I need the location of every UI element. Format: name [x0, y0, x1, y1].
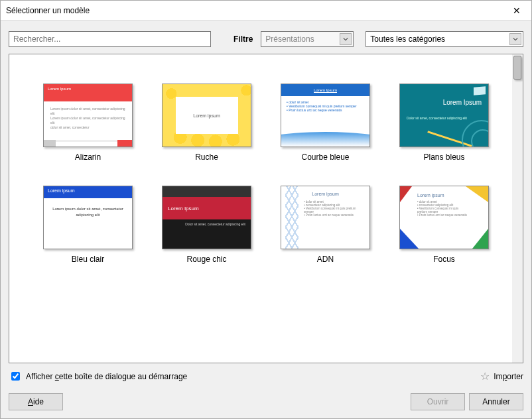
template-focus[interactable]: Lorem ipsum dolor sit amet consectetur a…: [392, 186, 496, 264]
template-label: Bleu clair: [72, 255, 104, 264]
thumb-line: Lorem ipsum dolor sit amet, consectetur …: [52, 206, 124, 218]
template-thumbnail: Lorem ipsum Lorem ipsum dolor sit amet, …: [43, 186, 133, 249]
thumb-line: Lorem ipsum dolor sit amet, consectetur …: [50, 116, 125, 125]
scrollbar-thumb[interactable]: [513, 56, 521, 80]
import-button[interactable]: ☆ Importer: [480, 370, 523, 383]
template-thumbnail: Lorem Ipsum Dolor sit amet, consectetur …: [399, 84, 489, 147]
titlebar: Sélectionner un modèle ✕: [1, 1, 531, 21]
dialog-window: Sélectionner un modèle ✕ Filtre Présenta…: [0, 0, 532, 419]
import-label: Importer: [494, 372, 523, 381]
show-on-startup-checkbox[interactable]: Afficher cette boîte de dialogue au déma…: [9, 370, 187, 383]
template-thumbnail: Lorem Ipsum Lorem ipsum dolor sit amet, …: [43, 84, 133, 147]
template-thumbnail: Lorem Ipsum dolor sit amet Vestibulum co…: [281, 84, 370, 147]
template-thumbnail: Lorem ipsum dolor sit amet consectetur a…: [281, 186, 370, 249]
footer-row: Afficher cette boîte de dialogue au déma…: [1, 369, 531, 388]
show-on-startup-input[interactable]: [11, 372, 20, 381]
scrollbar-vertical[interactable]: [512, 54, 523, 363]
close-button[interactable]: ✕: [501, 1, 531, 21]
thumb-subtitle: Dolor sit amet, consectetur adipiscing e…: [407, 116, 467, 120]
thumb-line: Lorem ipsum dolor sit amet, consectetur …: [50, 107, 125, 116]
thumb-bullet: Vestibulum consequat mi quis pretium sem…: [417, 207, 468, 213]
template-label: Courbe bleue: [301, 152, 349, 162]
template-thumbnail: Lorem ipsum dolor sit amet consectetur a…: [399, 186, 489, 249]
thumb-bullet: Proin luctus orci ac neque venenatis: [287, 108, 364, 112]
filter-label: Filtre: [233, 34, 253, 44]
close-icon: ✕: [513, 5, 521, 16]
template-rouge-chic[interactable]: Lorem Ipsum Dolor sit amet, consectetur …: [155, 186, 259, 264]
show-on-startup-label: Afficher cette boîte de dialogue au déma…: [26, 372, 187, 381]
chevron-down-icon: [509, 33, 521, 45]
template-grid-area: Lorem Ipsum Lorem ipsum dolor sit amet, …: [9, 54, 523, 363]
template-ruche[interactable]: Lorem ipsum Ruche: [155, 84, 259, 162]
thumb-title: Lorem Ipsum: [314, 88, 337, 92]
thumb-line: dolor sit amet, consectetur: [50, 125, 125, 130]
thumb-subtitle: Dolor sit amet, consectetur adipiscing e…: [168, 222, 245, 227]
filter-row: Filtre Présentations Toutes les catégori…: [1, 21, 531, 54]
thumb-title: Lorem Ipsum: [168, 206, 199, 211]
search-input[interactable]: [9, 31, 211, 47]
template-label: ADN: [317, 255, 334, 264]
thumb-title: Lorem ipsum: [193, 113, 220, 118]
template-courbe-bleue[interactable]: Lorem Ipsum dolor sit amet Vestibulum co…: [273, 84, 377, 162]
window-title: Sélectionner un modèle: [6, 6, 90, 15]
template-label: Rouge chic: [186, 255, 226, 264]
filter-application-value: Présentations: [265, 34, 314, 44]
filter-application-combo[interactable]: Présentations: [261, 31, 354, 47]
template-bleu-clair[interactable]: Lorem ipsum Lorem ipsum dolor sit amet, …: [36, 186, 140, 264]
template-label: Focus: [433, 255, 455, 264]
filter-category-combo[interactable]: Toutes les catégories: [366, 31, 523, 47]
button-row: Aide Ouvrir Annuler: [1, 388, 531, 418]
template-thumbnail: Lorem ipsum: [162, 84, 251, 147]
cancel-button[interactable]: Annuler: [469, 393, 523, 410]
open-button[interactable]: Ouvrir: [411, 393, 465, 410]
star-icon: ☆: [480, 370, 490, 383]
thumb-title: Lorem ipsum: [48, 188, 74, 193]
thumb-title: Lorem Ipsum: [48, 87, 71, 91]
template-plans-bleus[interactable]: Lorem Ipsum Dolor sit amet, consectetur …: [392, 84, 496, 162]
template-grid: Lorem Ipsum Lorem ipsum dolor sit amet, …: [9, 54, 523, 277]
thumb-title: Lorem Ipsum: [443, 99, 482, 106]
thumb-bullet: Proin luctus orci ac neque venenatis: [304, 213, 363, 217]
thumb-bullet: Proin luctus orci ac neque venenatis: [417, 213, 468, 217]
template-thumbnail: Lorem Ipsum Dolor sit amet, consectetur …: [162, 186, 251, 249]
template-adn[interactable]: Lorem ipsum dolor sit amet consectetur a…: [273, 186, 377, 264]
filter-category-value: Toutes les catégories: [370, 34, 445, 44]
template-label: Plans bleus: [423, 152, 464, 162]
thumb-bullet: Vestibulum consequat mi quis pretium sem…: [304, 207, 363, 213]
chevron-down-icon: [340, 33, 352, 45]
template-label: Alizarin: [75, 152, 101, 162]
template-alizarin[interactable]: Lorem Ipsum Lorem ipsum dolor sit amet, …: [36, 84, 140, 162]
help-button[interactable]: Aide: [9, 393, 63, 410]
template-label: Ruche: [195, 152, 218, 162]
